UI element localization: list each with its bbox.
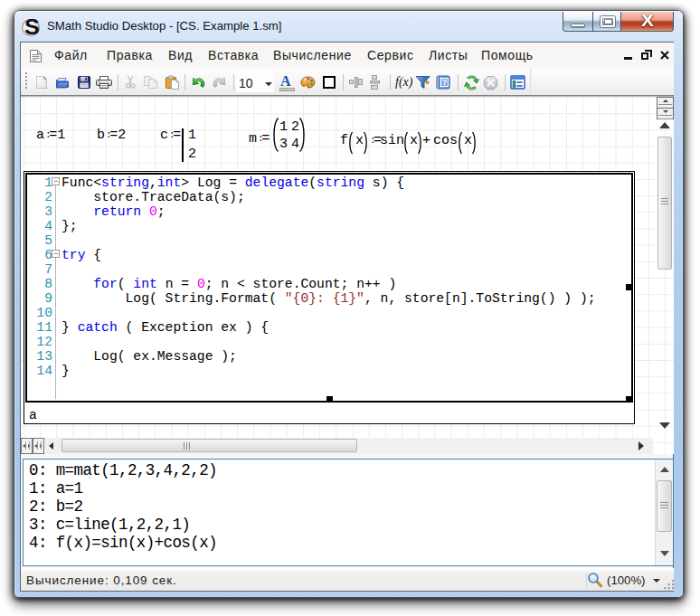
svg-text:?: ?: [442, 78, 448, 87]
